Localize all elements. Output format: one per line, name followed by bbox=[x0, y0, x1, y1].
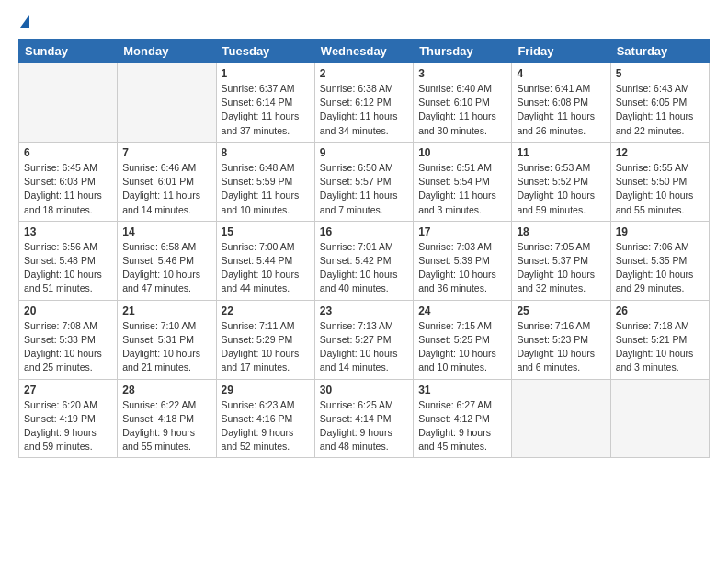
calendar-cell bbox=[118, 63, 216, 143]
day-number: 13 bbox=[24, 225, 112, 238]
day-of-week-header: Sunday bbox=[19, 40, 118, 63]
day-info: Sunrise: 6:22 AMSunset: 4:18 PMDaylight:… bbox=[122, 398, 210, 454]
day-info: Sunrise: 6:53 AMSunset: 5:52 PMDaylight:… bbox=[517, 161, 605, 217]
day-number: 8 bbox=[222, 146, 310, 159]
calendar-cell: 17Sunrise: 7:03 AMSunset: 5:39 PMDayligh… bbox=[414, 221, 512, 300]
calendar-cell: 8Sunrise: 6:48 AMSunset: 5:59 PMDaylight… bbox=[216, 142, 314, 221]
day-number: 6 bbox=[24, 146, 112, 159]
calendar-week-row: 13Sunrise: 6:56 AMSunset: 5:48 PMDayligh… bbox=[19, 221, 710, 300]
day-number: 1 bbox=[222, 67, 310, 80]
day-info: Sunrise: 7:00 AMSunset: 5:44 PMDaylight:… bbox=[222, 240, 310, 296]
day-number: 7 bbox=[122, 146, 210, 159]
day-number: 30 bbox=[320, 384, 408, 396]
calendar-body: 1Sunrise: 6:37 AMSunset: 6:14 PMDaylight… bbox=[19, 63, 710, 458]
day-info: Sunrise: 6:40 AMSunset: 6:10 PMDaylight:… bbox=[418, 82, 506, 138]
calendar-cell: 5Sunrise: 6:43 AMSunset: 6:05 PMDaylight… bbox=[610, 63, 709, 143]
calendar-cell: 4Sunrise: 6:41 AMSunset: 6:08 PMDaylight… bbox=[512, 63, 610, 143]
day-info: Sunrise: 7:16 AMSunset: 5:23 PMDaylight:… bbox=[517, 319, 605, 375]
day-info: Sunrise: 7:13 AMSunset: 5:27 PMDaylight:… bbox=[320, 319, 408, 375]
day-info: Sunrise: 6:25 AMSunset: 4:14 PMDaylight:… bbox=[320, 398, 408, 454]
day-number: 3 bbox=[418, 67, 506, 80]
day-number: 5 bbox=[616, 67, 704, 80]
calendar-cell: 30Sunrise: 6:25 AMSunset: 4:14 PMDayligh… bbox=[314, 379, 413, 458]
day-info: Sunrise: 6:58 AMSunset: 5:46 PMDaylight:… bbox=[122, 240, 210, 296]
day-number: 2 bbox=[320, 67, 408, 80]
day-number: 26 bbox=[616, 304, 704, 317]
calendar-cell: 21Sunrise: 7:10 AMSunset: 5:31 PMDayligh… bbox=[118, 300, 216, 379]
day-number: 20 bbox=[24, 304, 112, 317]
day-info: Sunrise: 7:03 AMSunset: 5:39 PMDaylight:… bbox=[418, 240, 506, 296]
day-of-week-header: Saturday bbox=[610, 40, 709, 63]
calendar-cell: 19Sunrise: 7:06 AMSunset: 5:35 PMDayligh… bbox=[610, 221, 709, 300]
day-info: Sunrise: 6:23 AMSunset: 4:16 PMDaylight:… bbox=[222, 398, 310, 454]
day-info: Sunrise: 6:50 AMSunset: 5:57 PMDaylight:… bbox=[320, 161, 408, 217]
calendar-cell bbox=[610, 379, 709, 458]
day-info: Sunrise: 7:18 AMSunset: 5:21 PMDaylight:… bbox=[616, 319, 704, 375]
day-number: 9 bbox=[320, 146, 408, 159]
day-info: Sunrise: 6:46 AMSunset: 6:01 PMDaylight:… bbox=[122, 161, 210, 217]
calendar-cell: 24Sunrise: 7:15 AMSunset: 5:25 PMDayligh… bbox=[414, 300, 512, 379]
day-of-week-header: Tuesday bbox=[216, 40, 314, 63]
day-of-week-header: Wednesday bbox=[314, 40, 413, 63]
calendar-cell: 11Sunrise: 6:53 AMSunset: 5:52 PMDayligh… bbox=[512, 142, 610, 221]
calendar-cell: 22Sunrise: 7:11 AMSunset: 5:29 PMDayligh… bbox=[216, 300, 314, 379]
day-info: Sunrise: 7:11 AMSunset: 5:29 PMDaylight:… bbox=[222, 319, 310, 375]
calendar-cell: 25Sunrise: 7:16 AMSunset: 5:23 PMDayligh… bbox=[512, 300, 610, 379]
calendar-cell: 13Sunrise: 6:56 AMSunset: 5:48 PMDayligh… bbox=[19, 221, 118, 300]
day-number: 4 bbox=[517, 67, 605, 80]
day-number: 27 bbox=[24, 384, 112, 396]
calendar-cell: 26Sunrise: 7:18 AMSunset: 5:21 PMDayligh… bbox=[610, 300, 709, 379]
calendar-cell: 20Sunrise: 7:08 AMSunset: 5:33 PMDayligh… bbox=[19, 300, 118, 379]
calendar-week-row: 1Sunrise: 6:37 AMSunset: 6:14 PMDaylight… bbox=[19, 63, 710, 143]
calendar-cell: 28Sunrise: 6:22 AMSunset: 4:18 PMDayligh… bbox=[118, 379, 216, 458]
day-info: Sunrise: 6:48 AMSunset: 5:59 PMDaylight:… bbox=[222, 161, 310, 217]
calendar-cell: 6Sunrise: 6:45 AMSunset: 6:03 PMDaylight… bbox=[19, 142, 118, 221]
calendar-cell: 10Sunrise: 6:51 AMSunset: 5:54 PMDayligh… bbox=[414, 142, 512, 221]
day-info: Sunrise: 6:20 AMSunset: 4:19 PMDaylight:… bbox=[24, 398, 112, 454]
day-info: Sunrise: 7:10 AMSunset: 5:31 PMDaylight:… bbox=[122, 319, 210, 375]
calendar-cell: 1Sunrise: 6:37 AMSunset: 6:14 PMDaylight… bbox=[216, 63, 314, 143]
calendar-cell: 9Sunrise: 6:50 AMSunset: 5:57 PMDaylight… bbox=[314, 142, 413, 221]
day-info: Sunrise: 6:43 AMSunset: 6:05 PMDaylight:… bbox=[616, 82, 704, 138]
day-number: 29 bbox=[222, 384, 310, 396]
calendar-cell: 29Sunrise: 6:23 AMSunset: 4:16 PMDayligh… bbox=[216, 379, 314, 458]
day-info: Sunrise: 7:06 AMSunset: 5:35 PMDaylight:… bbox=[616, 240, 704, 296]
day-number: 25 bbox=[517, 304, 605, 317]
day-number: 17 bbox=[418, 225, 506, 238]
day-info: Sunrise: 6:56 AMSunset: 5:48 PMDaylight:… bbox=[24, 240, 112, 296]
day-number: 31 bbox=[418, 384, 506, 396]
calendar-cell bbox=[512, 379, 610, 458]
day-info: Sunrise: 6:27 AMSunset: 4:12 PMDaylight:… bbox=[418, 398, 506, 454]
logo-triangle-icon bbox=[20, 15, 29, 28]
calendar-header-row: SundayMondayTuesdayWednesdayThursdayFrid… bbox=[19, 40, 710, 63]
calendar-cell: 2Sunrise: 6:38 AMSunset: 6:12 PMDaylight… bbox=[314, 63, 413, 143]
calendar-cell bbox=[19, 63, 118, 143]
calendar-week-row: 20Sunrise: 7:08 AMSunset: 5:33 PMDayligh… bbox=[19, 300, 710, 379]
day-number: 22 bbox=[222, 304, 310, 317]
day-number: 18 bbox=[517, 225, 605, 238]
header bbox=[18, 15, 710, 29]
day-info: Sunrise: 7:01 AMSunset: 5:42 PMDaylight:… bbox=[320, 240, 408, 296]
day-of-week-header: Friday bbox=[512, 40, 610, 63]
calendar-week-row: 6Sunrise: 6:45 AMSunset: 6:03 PMDaylight… bbox=[19, 142, 710, 221]
day-number: 12 bbox=[616, 146, 704, 159]
day-number: 14 bbox=[122, 225, 210, 238]
calendar-cell: 14Sunrise: 6:58 AMSunset: 5:46 PMDayligh… bbox=[118, 221, 216, 300]
calendar-cell: 18Sunrise: 7:05 AMSunset: 5:37 PMDayligh… bbox=[512, 221, 610, 300]
calendar-cell: 12Sunrise: 6:55 AMSunset: 5:50 PMDayligh… bbox=[610, 142, 709, 221]
logo bbox=[18, 15, 29, 29]
day-info: Sunrise: 7:05 AMSunset: 5:37 PMDaylight:… bbox=[517, 240, 605, 296]
calendar-cell: 31Sunrise: 6:27 AMSunset: 4:12 PMDayligh… bbox=[414, 379, 512, 458]
day-of-week-header: Monday bbox=[118, 40, 216, 63]
day-info: Sunrise: 6:41 AMSunset: 6:08 PMDaylight:… bbox=[517, 82, 605, 138]
day-info: Sunrise: 7:08 AMSunset: 5:33 PMDaylight:… bbox=[24, 319, 112, 375]
day-number: 15 bbox=[222, 225, 310, 238]
day-number: 16 bbox=[320, 225, 408, 238]
calendar-cell: 7Sunrise: 6:46 AMSunset: 6:01 PMDaylight… bbox=[118, 142, 216, 221]
calendar-cell: 27Sunrise: 6:20 AMSunset: 4:19 PMDayligh… bbox=[19, 379, 118, 458]
calendar-table: SundayMondayTuesdayWednesdayThursdayFrid… bbox=[18, 39, 710, 458]
day-number: 10 bbox=[418, 146, 506, 159]
day-info: Sunrise: 7:15 AMSunset: 5:25 PMDaylight:… bbox=[418, 319, 506, 375]
day-info: Sunrise: 6:45 AMSunset: 6:03 PMDaylight:… bbox=[24, 161, 112, 217]
day-info: Sunrise: 6:37 AMSunset: 6:14 PMDaylight:… bbox=[222, 82, 310, 138]
